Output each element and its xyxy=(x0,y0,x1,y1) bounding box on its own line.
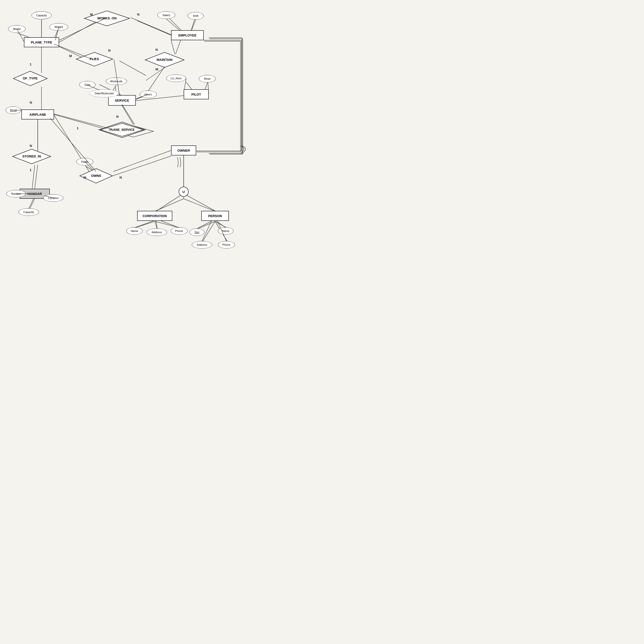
attribute-capacity-pt: Capacity xyxy=(31,11,52,19)
svg-text:STORED_IN: STORED_IN xyxy=(22,154,41,158)
card-of-type-1: 1 xyxy=(30,62,31,66)
attribute-address-corp: Address xyxy=(146,228,167,236)
attribute-phone-person: Phone xyxy=(218,241,235,249)
attribute-pdate: Pdate xyxy=(76,158,93,166)
card-maintain-m: M xyxy=(155,67,158,71)
card-flies-m: M xyxy=(69,54,72,58)
diamond-works-on: WORKS_ON xyxy=(83,10,131,27)
attribute-ssn: Ssn xyxy=(189,228,205,236)
attribute-restr: Restr xyxy=(199,75,216,83)
diamond-plane-service: PLANE_SERVICE xyxy=(97,121,147,139)
attribute-salary: Salary xyxy=(157,11,175,19)
card-stored-1: 1 xyxy=(30,168,31,172)
attribute-name-person: Name xyxy=(218,227,233,235)
svg-text:OF_TYPE: OF_TYPE xyxy=(23,76,38,80)
attribute-weight: Weight xyxy=(49,23,68,31)
attribute-lic-num: Lic_Num xyxy=(166,74,186,82)
attribute-hours: Hours xyxy=(140,91,157,98)
svg-line-34 xyxy=(135,221,155,228)
subset-arcs xyxy=(175,155,192,167)
svg-line-38 xyxy=(215,221,226,228)
entity-plane-type: PLANE_TYPE xyxy=(24,37,59,47)
svg-line-36 xyxy=(155,221,180,228)
card-stored-n: N xyxy=(30,144,32,148)
card-owns-n: N xyxy=(119,176,122,179)
svg-line-24 xyxy=(35,165,38,189)
card-works-on-n: N xyxy=(137,13,139,16)
svg-line-8 xyxy=(119,61,146,75)
attribute-name-corp: Name xyxy=(126,227,143,235)
svg-text:WORKS_ON: WORKS_ON xyxy=(97,16,117,20)
svg-text:MAINTAIN: MAINTAIN xyxy=(157,58,173,62)
card-flies-n: N xyxy=(108,49,110,52)
attribute-reg-num: Reg# xyxy=(6,106,21,114)
svg-line-6 xyxy=(137,21,171,35)
svg-line-33 xyxy=(184,199,215,211)
diamond-maintain: MAINTAIN xyxy=(144,51,185,69)
entity-corporation: CORPORATION xyxy=(137,211,172,221)
attribute-date-workcode: Date/Workcode xyxy=(89,89,119,97)
er-diagram: PLANE_TYPE AIRPLANE HANGAR SERVICE EMPLO… xyxy=(0,0,252,252)
card-maintain-n: N xyxy=(155,48,158,52)
card-plane-service-1: 1 xyxy=(77,126,78,130)
attribute-date: Date xyxy=(79,81,96,89)
attribute-model: Model xyxy=(8,25,26,33)
svg-text:PLANE_SERVICE: PLANE_SERVICE xyxy=(109,128,135,132)
svg-line-29 xyxy=(107,156,171,178)
attribute-workcode: Workcode xyxy=(106,77,127,85)
specialization-u: U xyxy=(179,187,189,197)
card-owns-m: M xyxy=(84,176,86,179)
entity-person: PERSON xyxy=(201,211,229,221)
diamond-of-type: OF_TYPE xyxy=(12,70,49,87)
svg-line-37 xyxy=(197,221,215,229)
entity-airplane: AIRPLANE xyxy=(21,109,54,119)
svg-line-27 xyxy=(30,199,35,209)
diamond-flies: FLIES xyxy=(75,51,114,67)
attribute-phone-corp: Phone xyxy=(171,227,188,235)
diamond-stored-in: STORED_IN xyxy=(11,148,52,165)
entity-pilot: PILOT xyxy=(184,89,209,99)
attribute-address-person: Address xyxy=(192,241,212,249)
card-plane-service-n: N xyxy=(116,115,118,118)
svg-line-35 xyxy=(155,221,157,229)
svg-text:FLIES: FLIES xyxy=(90,57,99,61)
attribute-number-h: Number xyxy=(6,190,26,197)
attribute-capacity-h: Capacity xyxy=(18,208,39,216)
entity-employee: EMPLOYEE xyxy=(171,30,204,40)
svg-line-32 xyxy=(155,199,184,211)
card-works-on-m: M xyxy=(90,13,93,16)
card-of-type-n: N xyxy=(30,101,32,104)
attribute-shift: Shift xyxy=(187,12,204,20)
attribute-location-h: Location xyxy=(43,194,63,202)
entity-owner: OWNER xyxy=(171,145,196,155)
svg-line-1 xyxy=(18,33,29,37)
svg-text:OWNS: OWNS xyxy=(91,174,101,178)
